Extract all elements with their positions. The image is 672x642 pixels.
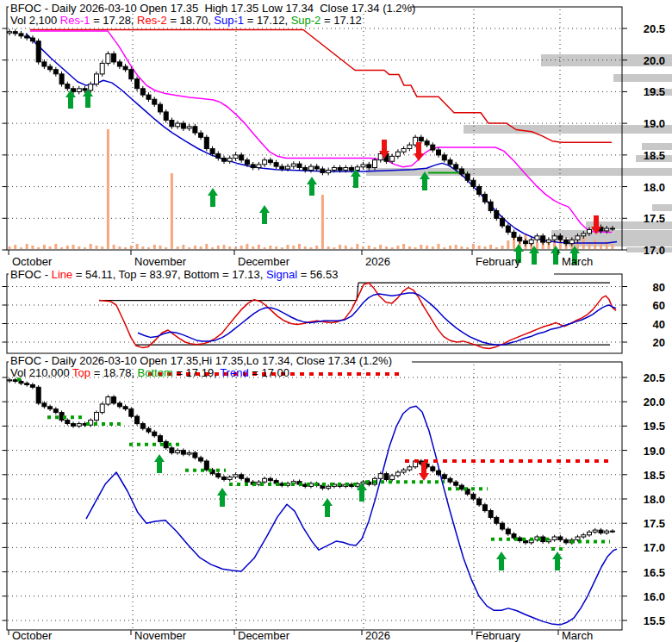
- svg-text:November: November: [134, 629, 187, 642]
- svg-text:March: March: [562, 629, 593, 642]
- svg-text:20.5: 20.5: [644, 22, 665, 35]
- x-axis: OctoberNovemberDecember2026FebruaryMarch: [9, 629, 593, 642]
- svg-text:October: October: [12, 255, 53, 268]
- svg-text:20: 20: [653, 336, 665, 349]
- svg-text:November: November: [134, 255, 187, 268]
- svg-text:60: 60: [653, 299, 665, 312]
- svg-text:17.5: 17.5: [644, 212, 665, 225]
- y-axis: 80604020: [3, 281, 666, 350]
- panel1-title: BFOC - Daily 2026-03-10 Open 17.35 High …: [10, 2, 415, 15]
- svg-text:16.0: 16.0: [644, 590, 665, 603]
- svg-text:2026: 2026: [365, 629, 390, 642]
- panel1-legend: Vol 2,100 Res-1 = 17.28, Res-2 = 18.70, …: [10, 14, 362, 27]
- volume-profile-layer: [366, 54, 672, 252]
- chart-canvas: 20.520.019.519.018.518.017.517.0 October…: [0, 0, 672, 642]
- svg-text:17.0: 17.0: [644, 541, 665, 554]
- svg-text:18.5: 18.5: [644, 149, 665, 162]
- svg-text:19.0: 19.0: [644, 445, 665, 458]
- svg-text:15.5: 15.5: [644, 614, 665, 627]
- candles-layer: [8, 29, 615, 246]
- svg-text:18.0: 18.0: [644, 181, 665, 194]
- svg-text:40: 40: [653, 318, 665, 331]
- panel-price-trend: 20.520.019.519.018.518.017.517.016.516.0…: [3, 354, 666, 642]
- svg-text:March: March: [562, 255, 593, 268]
- candles-layer: [8, 378, 615, 545]
- svg-text:80: 80: [653, 281, 665, 294]
- svg-text:20.5: 20.5: [644, 371, 665, 384]
- gridlines-layer: [8, 287, 621, 343]
- svg-text:February: February: [476, 255, 521, 268]
- svg-text:20.0: 20.0: [644, 396, 665, 408]
- svg-text:17.0: 17.0: [644, 244, 665, 257]
- panel2-title: BFOC - Line = 54.11, Top = 83.97, Bottom…: [10, 268, 338, 281]
- svg-text:19.0: 19.0: [644, 117, 665, 130]
- svg-text:December: December: [238, 629, 290, 642]
- panel3-legend: Vol 210,000 Top = 18.78, Bottom = 17.19,…: [10, 366, 289, 379]
- panel-oscillator: 80604020 BFOC - Line = 54.11, Top = 83.9…: [3, 268, 666, 353]
- signal-arrows-layer: [154, 454, 563, 570]
- svg-text:December: December: [238, 255, 290, 268]
- svg-text:18.5: 18.5: [644, 469, 665, 482]
- svg-text:October: October: [12, 629, 53, 642]
- x-axis: OctoberNovemberDecember2026FebruaryMarch: [9, 250, 593, 268]
- trend-line-layer: [86, 406, 617, 625]
- panel-frame: [7, 274, 622, 353]
- stock-chart-screenshot: 20.520.019.519.018.518.017.517.0 October…: [0, 0, 672, 642]
- svg-text:2026: 2026: [365, 255, 390, 268]
- svg-text:20.0: 20.0: [644, 54, 665, 67]
- panel3-title: BFOC - Daily 2026-03-10 Open 17.35,Hi 17…: [10, 354, 392, 367]
- svg-text:19.5: 19.5: [644, 85, 665, 98]
- svg-text:17.5: 17.5: [644, 517, 665, 530]
- svg-text:19.5: 19.5: [644, 420, 665, 433]
- svg-text:16.5: 16.5: [644, 566, 665, 579]
- panel-price-resistance: 20.520.019.519.018.518.017.517.0 October…: [3, 2, 672, 268]
- svg-text:18.0: 18.0: [644, 493, 665, 506]
- svg-text:February: February: [476, 629, 521, 642]
